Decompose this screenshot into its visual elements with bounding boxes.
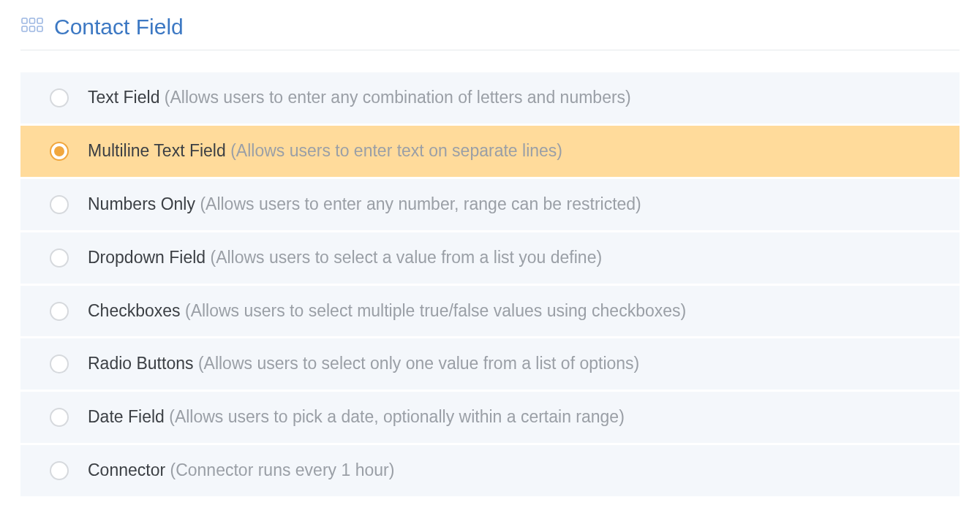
radio-icon [50, 195, 69, 214]
field-option-multiline-text[interactable]: Multiline Text Field (Allows users to en… [20, 126, 960, 179]
option-desc: (Allows users to select multiple true/fa… [185, 301, 686, 320]
svg-rect-4 [30, 26, 35, 31]
option-name: Checkboxes [88, 301, 181, 320]
option-desc: (Allows users to enter text on separate … [230, 141, 562, 160]
field-option-date[interactable]: Date Field (Allows users to pick a date,… [20, 392, 960, 445]
field-option-radio-buttons[interactable]: Radio Buttons (Allows users to select on… [20, 338, 960, 392]
radio-icon [50, 461, 69, 480]
option-name: Multiline Text Field [88, 141, 226, 160]
radio-icon [50, 408, 69, 427]
option-desc: (Allows users to select a value from a l… [210, 248, 602, 267]
svg-rect-2 [37, 18, 42, 23]
option-text-wrap: Checkboxes (Allows users to select multi… [88, 300, 686, 322]
option-text-wrap: Numbers Only (Allows users to enter any … [88, 194, 641, 216]
option-text-wrap: Date Field (Allows users to pick a date,… [88, 406, 625, 428]
option-text-wrap: Dropdown Field (Allows users to select a… [88, 247, 602, 269]
field-option-connector[interactable]: Connector (Connector runs every 1 hour) [20, 445, 960, 498]
option-name: Dropdown Field [88, 248, 206, 267]
radio-icon [50, 142, 69, 161]
option-name: Connector [88, 460, 165, 479]
field-option-text[interactable]: Text Field (Allows users to enter any co… [20, 72, 960, 126]
option-name: Radio Buttons [88, 354, 193, 373]
option-text-wrap: Text Field (Allows users to enter any co… [88, 87, 631, 109]
field-option-numbers-only[interactable]: Numbers Only (Allows users to enter any … [20, 179, 960, 232]
option-desc: (Connector runs every 1 hour) [170, 460, 395, 479]
option-desc: (Allows users to select only one value f… [198, 354, 639, 373]
svg-rect-1 [30, 18, 35, 23]
option-name: Numbers Only [88, 194, 195, 213]
svg-rect-3 [22, 26, 27, 31]
option-desc: (Allows users to enter any number, range… [200, 194, 641, 213]
radio-icon [50, 248, 69, 268]
option-desc: (Allows users to pick a date, optionally… [169, 407, 625, 426]
svg-rect-5 [37, 26, 42, 31]
field-option-dropdown[interactable]: Dropdown Field (Allows users to select a… [20, 232, 960, 286]
page-header: Contact Field [20, 15, 960, 50]
option-text-wrap: Radio Buttons (Allows users to select on… [88, 353, 639, 375]
grid-icon [20, 15, 44, 39]
field-type-list: Text Field (Allows users to enter any co… [20, 72, 960, 498]
radio-icon [50, 354, 69, 373]
radio-icon [50, 302, 69, 321]
field-option-checkboxes[interactable]: Checkboxes (Allows users to select multi… [20, 286, 960, 339]
option-name: Date Field [88, 407, 165, 426]
option-name: Text Field [88, 88, 159, 107]
svg-rect-0 [22, 18, 27, 23]
option-text-wrap: Connector (Connector runs every 1 hour) [88, 460, 394, 482]
option-desc: (Allows users to enter any combination o… [165, 88, 631, 107]
page-title: Contact Field [54, 15, 184, 39]
option-text-wrap: Multiline Text Field (Allows users to en… [88, 140, 562, 162]
radio-icon [50, 88, 69, 107]
